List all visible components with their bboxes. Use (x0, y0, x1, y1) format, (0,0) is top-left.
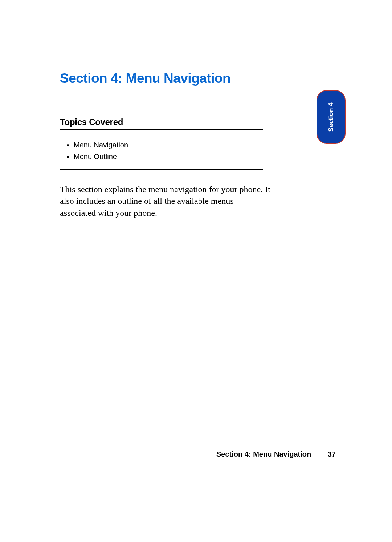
divider (60, 169, 263, 170)
document-page: Section 4: Menu Navigation Topics Covere… (0, 0, 392, 542)
footer-section-label: Section 4: Menu Navigation (216, 450, 311, 458)
footer-page-number: 37 (328, 450, 336, 458)
topics-list-item: Menu Navigation (74, 139, 263, 151)
section-tab: Section 4 (317, 90, 346, 144)
page-footer: Section 4: Menu Navigation 37 (216, 450, 336, 458)
topics-list-item: Menu Outline (74, 151, 263, 162)
topics-covered-heading: Topics Covered (60, 117, 263, 130)
topics-list: Menu Navigation Menu Outline (74, 139, 263, 162)
section-tab-label: Section 4 (327, 102, 335, 132)
topics-covered-block: Topics Covered Menu Navigation Menu Outl… (60, 117, 263, 162)
section-title: Section 4: Menu Navigation (60, 71, 341, 86)
intro-paragraph: This section explains the menu navigatio… (60, 183, 270, 219)
